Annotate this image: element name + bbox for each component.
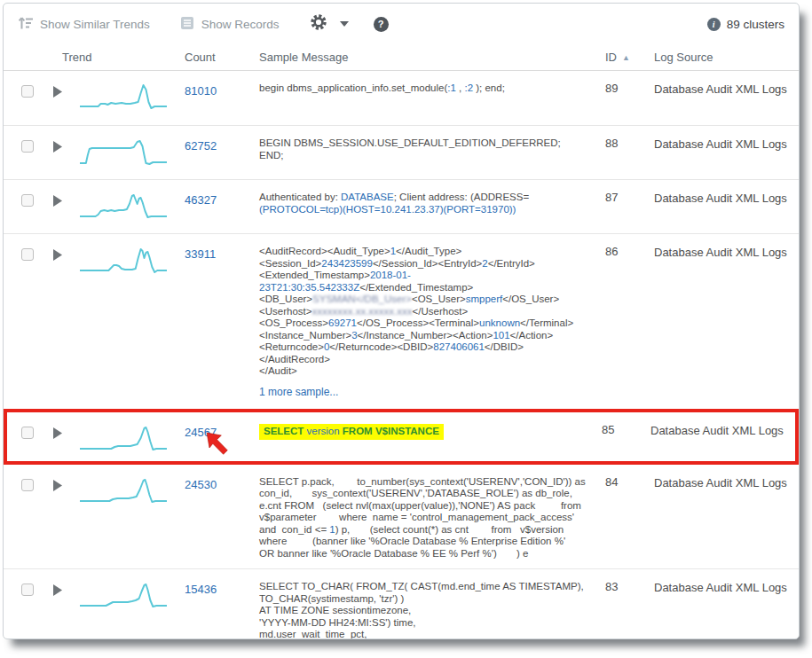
count-cell: 24567	[185, 421, 259, 454]
row-checkbox[interactable]	[21, 479, 34, 491]
trend-sparkline	[80, 189, 185, 224]
cluster-id: 84	[605, 474, 654, 560]
sample-message: begin dbms_application_info.set_module(:…	[259, 82, 593, 95]
column-header-sample-message: Sample Message	[259, 51, 605, 64]
table-row: 46327 Authenticated by: DATABASE; Client…	[4, 179, 799, 233]
table-header: Trend Count Sample Message ID ▲ Log Sour…	[4, 44, 799, 71]
clusters-count-badge: i 89 clusters	[707, 18, 784, 31]
expand-triangle-icon	[53, 480, 63, 492]
column-header-id[interactable]: ID ▲	[605, 51, 654, 64]
show-similar-trends-label: Show Similar Trends	[40, 18, 150, 31]
count-link[interactable]: 62752	[185, 139, 217, 153]
chevron-down-icon	[340, 21, 349, 27]
sample-message: BEGIN DBMS_SESSION.USE_DEFAULT_EDITION_D…	[259, 137, 593, 161]
column-header-count: Count	[185, 51, 259, 64]
count-link[interactable]: 33911	[185, 247, 216, 261]
row-checkbox[interactable]	[21, 194, 34, 207]
checkbox-cell	[14, 189, 53, 224]
expand-triangle-icon	[53, 249, 63, 262]
expand-toggle[interactable]	[53, 421, 80, 454]
table-row: 24530 SELECT p.pack, to_number(sys_conte…	[4, 465, 799, 569]
log-source: Database Audit XML Logs	[654, 135, 790, 170]
sparkline-chart	[80, 137, 167, 168]
settings-menu-button[interactable]	[310, 13, 349, 35]
id-header-label: ID	[605, 51, 617, 64]
message-cell: SELECT p.pack, to_number(sys_context('US…	[259, 474, 605, 560]
help-button[interactable]: ?	[374, 17, 389, 32]
sample-message: SELECT TO_CHAR( FROM_TZ( CAST(md.end_tim…	[259, 581, 593, 639]
table-row: 15436 SELECT TO_CHAR( FROM_TZ( CAST(md.e…	[4, 568, 799, 639]
expand-toggle[interactable]	[53, 135, 80, 170]
message-cell: SELECT version FROM V$INSTANCE	[259, 421, 602, 454]
clusters-count-label: 89 clusters	[727, 18, 784, 31]
show-records-button[interactable]: Show Records	[180, 16, 280, 33]
show-similar-trends-button[interactable]: Show Similar Trends	[18, 16, 150, 33]
message-cell: begin dbms_application_info.set_module(:…	[259, 80, 605, 116]
column-header-log-source: Log Source	[654, 51, 790, 64]
row-checkbox[interactable]	[21, 248, 34, 261]
message-cell: SELECT TO_CHAR( FROM_TZ( CAST(md.end_tim…	[259, 578, 605, 639]
expand-triangle-icon	[53, 86, 63, 98]
checkbox-cell	[14, 474, 53, 560]
row-checkbox[interactable]	[21, 427, 34, 439]
sparkline-chart	[80, 581, 167, 611]
more-samples-link[interactable]: 1 more sample...	[259, 386, 338, 398]
trend-sparkline	[80, 421, 185, 454]
count-link[interactable]: 15436	[185, 583, 217, 596]
sparkline-chart	[80, 246, 167, 276]
gear-icon	[310, 13, 327, 35]
count-cell: 15436	[185, 578, 259, 639]
table-row: 62752 BEGIN DBMS_SESSION.USE_DEFAULT_EDI…	[4, 125, 799, 179]
table-body: 81010 begin dbms_application_info.set_mo…	[4, 71, 799, 639]
cluster-id: 89	[605, 80, 654, 116]
message-cell: Authenticated by: DATABASE; Client addre…	[259, 189, 605, 224]
count-cell: 33911	[185, 243, 259, 399]
expand-triangle-icon	[53, 195, 63, 208]
table-row: 81010 begin dbms_application_info.set_mo…	[4, 71, 799, 125]
message-cell: BEGIN DBMS_SESSION.USE_DEFAULT_EDITION_D…	[259, 135, 605, 170]
message-cell: <AuditRecord><Audit_Type>1</Audit_Type> …	[259, 243, 605, 399]
log-source: Database Audit XML Logs	[654, 243, 790, 399]
row-checkbox[interactable]	[21, 85, 34, 98]
cluster-id: 83	[605, 578, 654, 639]
expand-toggle[interactable]	[53, 474, 80, 560]
sparkline-chart	[80, 424, 167, 454]
count-link[interactable]: 24530	[185, 478, 217, 491]
checkbox-cell	[14, 135, 53, 170]
sparkline-chart	[80, 192, 167, 222]
column-header-trend: Trend	[62, 51, 185, 64]
similar-trends-icon	[18, 16, 33, 33]
records-list-icon	[180, 16, 194, 33]
count-link[interactable]: 46327	[185, 193, 217, 207]
log-source: Database Audit XML Logs	[654, 578, 790, 639]
checkbox-cell	[14, 578, 53, 639]
cluster-id: 87	[605, 189, 654, 224]
trend-sparkline	[80, 243, 185, 399]
row-checkbox[interactable]	[21, 140, 34, 153]
expand-toggle[interactable]	[53, 189, 80, 224]
expand-triangle-icon	[53, 584, 63, 597]
sample-message: <AuditRecord><Audit_Type>1</Audit_Type> …	[259, 246, 593, 378]
cluster-id: 85	[602, 421, 650, 454]
toolbar: Show Similar Trends Show Records	[4, 4, 799, 44]
expand-triangle-icon	[53, 141, 63, 153]
trend-sparkline	[80, 135, 185, 170]
table-row: 24567 SELECT version FROM V$INSTANCE 85 …	[4, 409, 799, 465]
sparkline-chart	[80, 82, 167, 113]
sample-message: SELECT version FROM V$INSTANCE	[259, 424, 589, 441]
trend-sparkline	[80, 578, 185, 639]
log-source: Database Audit XML Logs	[654, 80, 790, 116]
sample-message: Authenticated by: DATABASE; Client addre…	[259, 192, 593, 215]
expand-toggle[interactable]	[53, 80, 80, 116]
expand-toggle[interactable]	[53, 243, 80, 399]
annotation-cursor-arrow	[206, 432, 229, 455]
checkbox-cell	[14, 80, 53, 116]
count-link[interactable]: 81010	[185, 84, 217, 98]
trend-sparkline	[80, 474, 185, 560]
expand-triangle-icon	[53, 427, 63, 440]
row-checkbox[interactable]	[21, 584, 34, 596]
expand-toggle[interactable]	[53, 578, 80, 639]
checkbox-cell	[14, 421, 53, 454]
count-cell: 81010	[185, 80, 259, 116]
sparkline-chart	[80, 476, 167, 506]
